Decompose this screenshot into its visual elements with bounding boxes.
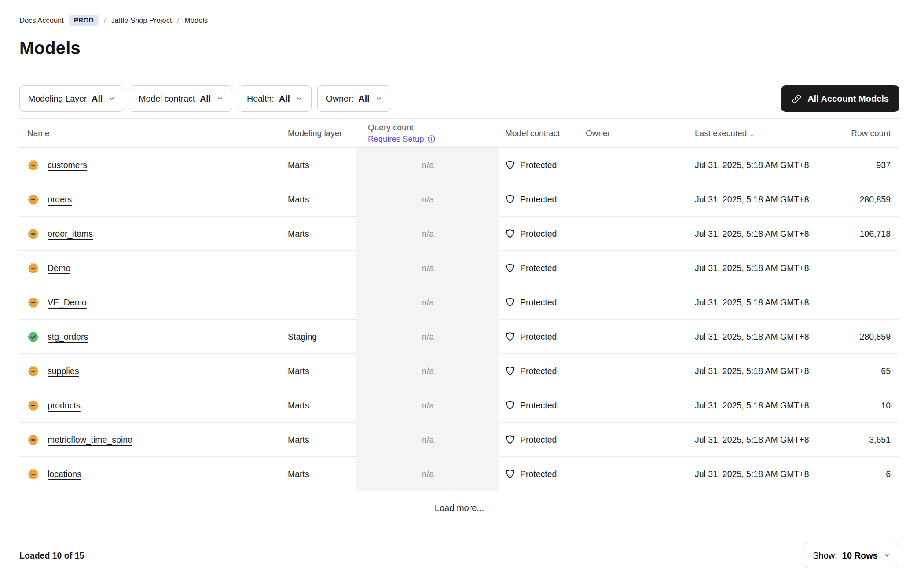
row-count-cell: 6 (813, 469, 899, 479)
filter-modeling-layer[interactable]: Modeling Layer All (19, 85, 124, 112)
model-name-link[interactable]: orders (48, 195, 72, 205)
all-account-models-button[interactable]: All Account Models (781, 85, 899, 112)
filter-label: Modeling Layer (28, 94, 87, 104)
query-count-cell: n/a (356, 251, 499, 285)
model-name-link[interactable]: customers (48, 160, 87, 170)
modeling-layer-cell: Marts (288, 469, 356, 479)
last-executed-cell: Jul 31, 2025, 5:18 AM GMT+8 (689, 160, 813, 170)
model-contract-label: Protected (520, 195, 557, 205)
model-name-link[interactable]: products (48, 401, 81, 411)
health-warning-icon (27, 194, 39, 206)
filter-value: All (279, 94, 290, 104)
filter-label: Health: (247, 94, 274, 104)
model-contract-label: Protected (520, 401, 557, 411)
shield-exclamation-icon (505, 434, 515, 445)
model-name-link[interactable]: VE_Demo (48, 298, 87, 308)
filter-value: All (359, 94, 370, 104)
all-account-models-label: All Account Models (807, 94, 889, 104)
requires-setup-link[interactable]: Requires Setup (368, 134, 499, 144)
modeling-layer-cell: Marts (288, 229, 356, 239)
filter-owner[interactable]: Owner: All (317, 85, 391, 112)
modeling-layer-cell: Marts (288, 366, 356, 376)
health-success-icon (27, 331, 39, 343)
query-count-cell: n/a (356, 182, 499, 217)
column-header-model-contract: Model contract (499, 129, 580, 138)
query-count-cell: n/a (356, 217, 499, 251)
link-icon (792, 94, 802, 104)
model-contract-cell: Protected (499, 228, 580, 239)
table-row: order_items Marts n/a Protected Jul 31, … (19, 217, 899, 251)
breadcrumb-project[interactable]: Jaffle Shop Project (111, 16, 172, 25)
model-name-link[interactable]: order_items (48, 229, 93, 239)
name-cell: VE_Demo (19, 297, 288, 309)
query-count-cell: n/a (356, 423, 499, 457)
models-page: Docs Account PROD / Jaffle Shop Project … (0, 0, 917, 568)
model-name-link[interactable]: metricflow_time_spine (48, 435, 132, 445)
last-executed-label: Last executed (695, 129, 747, 138)
shield-exclamation-icon (505, 366, 515, 376)
name-cell: metricflow_time_spine (19, 434, 288, 446)
column-header-last-executed[interactable]: Last executed ↓ (689, 129, 813, 138)
model-contract-cell: Protected (499, 297, 580, 308)
name-cell: Demo (19, 262, 288, 274)
shield-exclamation-icon (505, 331, 515, 342)
query-count-cell: n/a (356, 354, 499, 388)
column-header-row-count: Row count (813, 129, 899, 138)
model-name-link[interactable]: stg_orders (48, 332, 88, 342)
filter-label: Owner: (326, 94, 354, 104)
page-title: Models (19, 38, 899, 58)
query-count-cell: n/a (356, 285, 499, 320)
breadcrumb-account[interactable]: Docs Account (19, 16, 64, 25)
loaded-count-status: Loaded 10 of 15 (19, 551, 84, 561)
model-name-link[interactable]: Demo (48, 263, 70, 273)
environment-badge: PROD (69, 15, 99, 26)
shield-exclamation-icon (505, 263, 515, 273)
model-contract-cell: Protected (499, 366, 580, 376)
modeling-layer-cell: Staging (288, 332, 356, 342)
table-footer: Loaded 10 of 15 Show: 10 Rows (19, 543, 899, 568)
modeling-layer-cell: Marts (288, 195, 356, 205)
model-contract-label: Protected (520, 263, 557, 273)
row-count-cell: 937 (813, 160, 899, 170)
health-warning-icon (27, 468, 39, 480)
table-row: supplies Marts n/a Protected Jul 31, 202… (19, 354, 899, 388)
last-executed-cell: Jul 31, 2025, 5:18 AM GMT+8 (689, 332, 813, 342)
filter-value: All (92, 94, 103, 104)
query-count-cell: n/a (356, 457, 499, 491)
filter-model-contract[interactable]: Model contract All (130, 85, 232, 112)
last-executed-cell: Jul 31, 2025, 5:18 AM GMT+8 (689, 435, 813, 445)
filter-bar: Modeling Layer All Model contract All He… (19, 85, 899, 112)
query-count-cell: n/a (356, 320, 499, 354)
model-contract-label: Protected (520, 229, 557, 239)
shield-exclamation-icon (505, 160, 515, 170)
info-icon[interactable] (427, 135, 436, 143)
breadcrumb-separator: / (177, 16, 179, 25)
model-name-link[interactable]: supplies (48, 366, 79, 376)
health-warning-icon (27, 262, 39, 274)
table-row: customers Marts n/a Protected Jul 31, 20… (19, 148, 899, 182)
row-count-cell: 280,859 (813, 332, 899, 342)
breadcrumb: Docs Account PROD / Jaffle Shop Project … (19, 15, 899, 26)
column-header-modeling-layer: Modeling layer (288, 129, 356, 138)
load-more-button[interactable]: Load more... (435, 503, 484, 513)
show-rows-select[interactable]: Show: 10 Rows (804, 543, 899, 568)
model-contract-label: Protected (520, 160, 557, 170)
filter-health[interactable]: Health: All (238, 85, 312, 112)
chevron-down-icon (884, 552, 891, 559)
name-cell: products (19, 400, 288, 412)
table-row: VE_Demo n/a Protected Jul 31, 2025, 5:18… (19, 285, 899, 320)
show-rows-label: Show: (813, 551, 837, 561)
sort-descending-icon: ↓ (750, 129, 754, 138)
row-count-cell: 10 (813, 401, 899, 411)
table-row: metricflow_time_spine Marts n/a Protecte… (19, 423, 899, 457)
chevron-down-icon (375, 95, 382, 102)
model-contract-cell: Protected (499, 331, 580, 342)
model-name-link[interactable]: locations (48, 469, 81, 479)
model-contract-cell: Protected (499, 434, 580, 445)
table-body: customers Marts n/a Protected Jul 31, 20… (19, 148, 899, 491)
table-row: stg_orders Staging n/a Protected Jul 31,… (19, 320, 899, 354)
shield-exclamation-icon (505, 194, 515, 205)
health-warning-icon (27, 365, 39, 377)
modeling-layer-cell: Marts (288, 160, 356, 170)
filter-label: Model contract (139, 94, 195, 104)
